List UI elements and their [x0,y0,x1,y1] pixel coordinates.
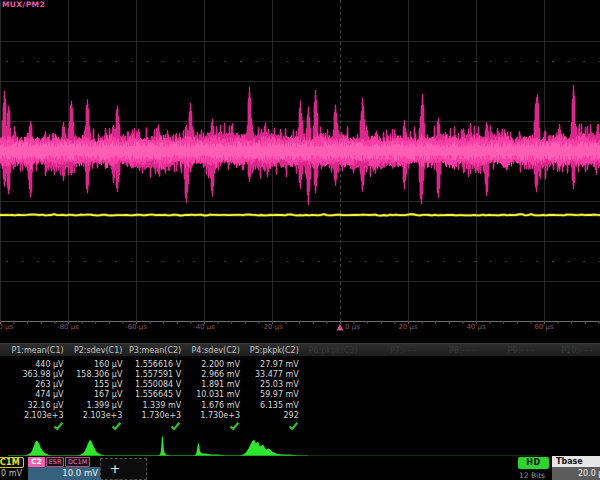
parameter-header-row: P1:mean(C1)P2:sdev(C1)P3:mean(C2)P4:sdev… [6,346,600,356]
parameter-header-p1[interactable]: P1:mean(C1) [6,346,65,356]
channel2-scale-value[interactable]: 10.0 mV [28,467,107,480]
parameter-status-cell [300,421,359,434]
parameter-header-p2[interactable]: P2:sdev(C1) [65,346,124,356]
parameter-value-cell: 25.03 mV [241,380,300,390]
time-axis-label: 0 µs [345,323,360,331]
time-axis-label: 60 µs [534,323,553,331]
parameter-value-cell [476,380,535,390]
parameter-value-cell [359,380,418,390]
parameter-value-cell [359,390,418,400]
channel2-esr-tag: ESR [46,457,64,467]
channel1-coupling-tag[interactable]: DC1M [0,457,24,468]
parameter-value-cell: 158.306 µV [65,370,124,380]
parameter-value-cell [535,411,594,421]
time-axis-label: -80 µs [57,323,79,331]
parameter-value-cell: 1.556616 V [123,360,182,370]
parameter-value-cell: 2.103e+3 [65,411,124,421]
channel1-scale-value: 0 mV [1,469,22,478]
parameter-value-cell: 59.97 mV [241,390,300,400]
parameter-histicons [8,436,540,456]
parameter-value-cell: 292 [241,411,300,421]
parameter-value-cell: 363.98 µV [6,370,65,380]
parameter-value-cell [359,370,418,380]
time-axis-label: 20 µs [398,323,417,331]
parameter-value-cell: 32.16 µV [6,401,65,411]
c2-trace [1,85,600,205]
time-axis-label: -20 µs [261,323,283,331]
parameter-value-cell: 1.676 mV [182,401,241,411]
status-check-icon [53,421,64,431]
parameter-value-cell: 27.97 mV [241,360,300,370]
parameter-value-cell [535,370,594,380]
add-trace-button[interactable]: + [100,458,147,480]
parameter-header-p7[interactable]: P7:- - - [359,346,418,356]
parameter-status-cell [65,421,124,434]
parameter-status-cell [476,421,535,434]
parameter-value-cell [535,360,594,370]
parameter-value-cell [300,360,359,370]
parameter-header-p10[interactable]: P10:- - - [535,346,594,356]
parameter-value-cell [300,390,359,400]
parameter-value-cell: 2.103e+3 [6,411,65,421]
parameter-status-cell [6,421,65,434]
parameter-status-row [6,421,600,434]
trigger-position-marker[interactable] [337,324,344,331]
parameter-value-cell: 1.730e+3 [182,411,241,421]
parameter-value-cell [535,380,594,390]
parameter-value-cell [417,401,476,411]
channel2-descriptor-box[interactable]: C2 ESR DC1M 10.0 mV [28,457,107,480]
time-axis-label: -100 µs [0,323,13,331]
parameter-value-cell [535,390,594,400]
parameter-value-cell: 167 µV [65,390,124,400]
hd-bits-label: 12 Bits [519,471,545,480]
oscilloscope-screen: MUX/PM2 -100 µs-80 µs-60 µs-40 µs-20 µs0… [0,0,600,480]
parameter-value-cell [300,370,359,380]
time-axis-label: 40 µs [466,323,485,331]
parameter-status-cell [535,421,594,434]
parameter-status-cell [417,421,476,434]
parameter-value-cell [359,401,418,411]
parameter-value-cell [417,380,476,390]
parameter-status-cell [359,421,418,434]
channel2-descriptor-header: C2 ESR DC1M [28,457,90,467]
parameter-value-row: 263 µV155 µV1.550084 V1.891 mV25.03 mV [6,380,600,390]
parameter-value-cell: 1.550084 V [123,380,182,390]
timebase-descriptor-box[interactable]: Tbase 20.0 µs/div [552,456,600,480]
parameter-header-p5[interactable]: P5:pkpk(C2) [241,346,300,356]
channel2-coupling-tag: DC1M [65,457,89,467]
parameter-header-p3[interactable]: P3:mean(C2) [123,346,182,356]
parameter-value-cell: 1.399 µV [65,401,124,411]
parameter-header-p8[interactable]: P8:- - - [417,346,476,356]
parameter-value-cell: 155 µV [65,380,124,390]
trace-label: MUX/PM2 [2,0,45,9]
status-check-icon [229,421,240,431]
parameter-value-cell: 263 µV [6,380,65,390]
parameter-header-p9[interactable]: P9:- - - [476,346,535,356]
parameter-value-row: 32.16 µV1.399 µV1.339 mV1.676 mV6.135 mV [6,401,600,411]
c1-trace [0,214,600,216]
parameter-value-cell [300,411,359,421]
parameter-value-cell: 1.557591 V [123,370,182,380]
parameter-value-cell [476,390,535,400]
parameter-value-cell: 1.556645 V [123,390,182,400]
parameter-value-cell: 474 µV [6,390,65,400]
parameter-header-p6[interactable]: P6:pkpk(C3) [300,346,359,356]
parameter-value-cell: 2.200 mV [182,360,241,370]
parameter-value-cell [359,360,418,370]
parameter-value-cell [476,370,535,380]
parameter-value-cell: 33.477 mV [241,370,300,380]
parameter-value-cell [300,380,359,390]
parameter-header-p4[interactable]: P4:sdev(C2) [182,346,241,356]
parameter-value-cell [417,370,476,380]
time-axis-label: -60 µs [125,323,147,331]
channel2-badge[interactable]: C2 [28,457,45,467]
status-check-icon [111,421,122,431]
time-axis-label: -40 µs [193,323,215,331]
parameter-value-cell [300,401,359,411]
parameter-status-cell [241,421,300,434]
parameter-value-cell: 6.135 mV [241,401,300,411]
parameter-value-cell: 10.031 mV [182,390,241,400]
parameter-value-cell [417,360,476,370]
parameter-value-cell [476,401,535,411]
parameter-value-cell: 1.730e+3 [123,411,182,421]
